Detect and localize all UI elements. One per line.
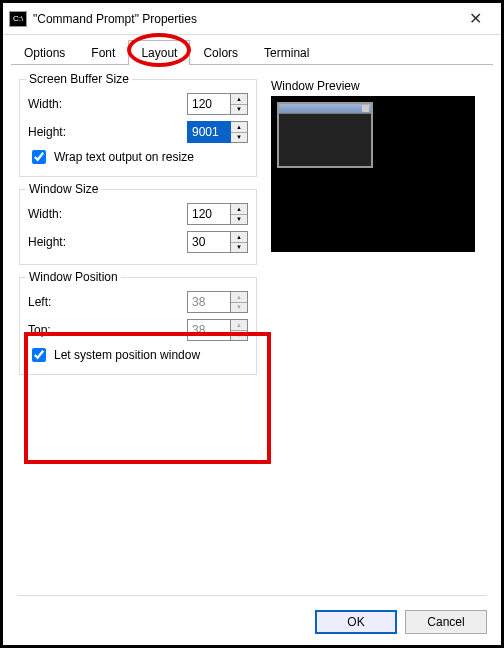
tab-layout[interactable]: Layout (128, 40, 190, 65)
group-window-position: Window Position Left: ▲▼ Top: ▲▼ (19, 277, 257, 375)
chevron-down-icon[interactable]: ▼ (231, 243, 247, 253)
group-label: Window Position (26, 270, 121, 284)
buffer-height-label: Height: (28, 125, 187, 139)
close-icon[interactable]: ✕ (455, 9, 495, 28)
group-screen-buffer: Screen Buffer Size Width: ▲▼ Height: ▲▼ (19, 79, 257, 177)
winsize-width-input[interactable] (187, 203, 231, 225)
buffer-width-input[interactable] (187, 93, 231, 115)
buffer-width-label: Width: (28, 97, 187, 111)
winpos-top-input (187, 319, 231, 341)
chevron-down-icon: ▼ (231, 331, 247, 341)
group-window-size: Window Size Width: ▲▼ Height: ▲▼ (19, 189, 257, 265)
winpos-left-label: Left: (28, 295, 187, 309)
client-area: Screen Buffer Size Width: ▲▼ Height: ▲▼ (3, 65, 501, 387)
winsize-width-label: Width: (28, 207, 187, 221)
properties-dialog: C:\ "Command Prompt" Properties ✕ Option… (0, 0, 504, 648)
winpos-top-spinner: ▲▼ (187, 319, 248, 341)
tab-options[interactable]: Options (11, 40, 78, 65)
chevron-down-icon[interactable]: ▼ (231, 105, 247, 115)
cmd-icon: C:\ (9, 11, 27, 27)
winsize-height-label: Height: (28, 235, 187, 249)
buffer-width-spinner[interactable]: ▲▼ (187, 93, 248, 115)
winsize-height-spinner[interactable]: ▲▼ (187, 231, 248, 253)
tab-colors[interactable]: Colors (190, 40, 251, 65)
chevron-up-icon[interactable]: ▲ (231, 122, 247, 133)
winsize-height-input[interactable] (187, 231, 231, 253)
ok-button[interactable]: OK (315, 610, 397, 634)
auto-position-checkbox[interactable] (32, 348, 46, 362)
winpos-left-spinner: ▲▼ (187, 291, 248, 313)
chevron-up-icon: ▲ (231, 292, 247, 303)
group-label: Window Size (26, 182, 101, 196)
titlebar: C:\ "Command Prompt" Properties ✕ (3, 3, 501, 35)
tab-strip: Options Font Layout Colors Terminal (3, 35, 501, 65)
window-preview (271, 96, 475, 252)
chevron-up-icon[interactable]: ▲ (231, 204, 247, 215)
preview-mini-window (277, 102, 373, 168)
preview-label: Window Preview (271, 79, 485, 93)
buffer-height-input[interactable] (187, 121, 231, 143)
wrap-text-checkbox[interactable] (32, 150, 46, 164)
group-label: Screen Buffer Size (26, 72, 132, 86)
tab-terminal[interactable]: Terminal (251, 40, 322, 65)
wrap-text-label: Wrap text output on resize (54, 150, 194, 164)
chevron-up-icon[interactable]: ▲ (231, 232, 247, 243)
chevron-down-icon[interactable]: ▼ (231, 215, 247, 225)
window-title: "Command Prompt" Properties (33, 12, 455, 26)
tab-font[interactable]: Font (78, 40, 128, 65)
dialog-footer: OK Cancel (17, 595, 487, 639)
chevron-down-icon[interactable]: ▼ (231, 133, 247, 143)
winpos-top-label: Top: (28, 323, 187, 337)
winsize-width-spinner[interactable]: ▲▼ (187, 203, 248, 225)
cancel-button[interactable]: Cancel (405, 610, 487, 634)
chevron-up-icon: ▲ (231, 320, 247, 331)
chevron-up-icon[interactable]: ▲ (231, 94, 247, 105)
preview-mini-titlebar (279, 104, 371, 114)
chevron-down-icon: ▼ (231, 303, 247, 313)
auto-position-label: Let system position window (54, 348, 200, 362)
buffer-height-spinner[interactable]: ▲▼ (187, 121, 248, 143)
winpos-left-input (187, 291, 231, 313)
